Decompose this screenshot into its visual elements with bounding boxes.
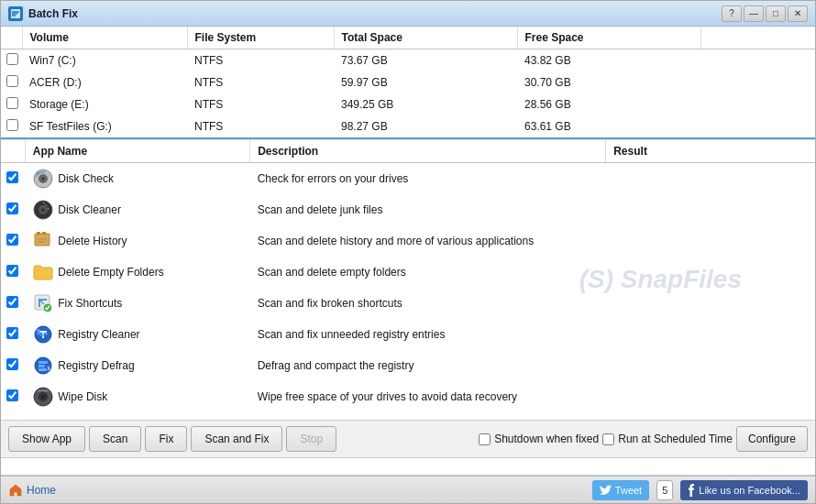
app-check-cell-3 xyxy=(1,257,25,288)
content-area: Volume File System Total Space Free Spac… xyxy=(1,27,815,503)
app-name-cell-5: Registry Cleaner xyxy=(25,319,249,350)
volume-table: Volume File System Total Space Free Spac… xyxy=(1,27,815,137)
svg-point-22 xyxy=(42,396,45,399)
app-name-label-4: Fix Shortcuts xyxy=(58,297,122,310)
volume-row: ACER (D:) NTFS 59.97 GB 30.70 GB xyxy=(1,71,815,93)
tweet-label: Tweet xyxy=(615,485,642,496)
app-desc-7: Wipe free space of your drives to avoid … xyxy=(250,381,606,412)
tweet-count: 5 xyxy=(656,480,673,500)
vol-header-fs: File System xyxy=(187,27,334,49)
app-icon xyxy=(8,6,23,21)
vol-header-total: Total Space xyxy=(334,27,517,49)
app-checkbox-7[interactable] xyxy=(6,389,18,401)
app-name-cell-0: Disk Check xyxy=(25,163,249,195)
facebook-label: Like us on Facebook... xyxy=(699,485,800,496)
tweet-button[interactable]: Tweet xyxy=(592,480,649,500)
configure-button[interactable]: Configure xyxy=(736,426,808,452)
app-desc-2: Scan and delete history and more of vari… xyxy=(250,225,606,257)
vol-name-3: SF TestFiles (G:) xyxy=(22,115,187,137)
show-app-button[interactable]: Show App xyxy=(8,426,85,452)
app-name-label-7: Wipe Disk xyxy=(58,390,107,403)
app-desc-1: Scan and delete junk files xyxy=(250,194,606,225)
app-checkbox-3[interactable] xyxy=(6,265,18,277)
app-result-1 xyxy=(606,194,815,225)
home-link[interactable]: Home xyxy=(8,483,56,498)
maximize-button[interactable]: □ xyxy=(766,5,786,22)
vol-checkbox-1[interactable] xyxy=(6,75,18,87)
app-name-label-3: Delete Empty Folders xyxy=(58,266,163,279)
vol-total-0: 73.67 GB xyxy=(334,49,517,72)
vol-name-1: ACER (D:) xyxy=(22,71,187,93)
app-desc-3: Scan and delete empty folders xyxy=(250,257,606,288)
app-check-cell-7 xyxy=(1,381,25,412)
app-name-label-5: Registry Cleaner xyxy=(58,328,139,341)
app-checkbox-4[interactable] xyxy=(6,296,18,308)
vol-extra-1 xyxy=(700,71,815,93)
progress-area xyxy=(1,457,815,476)
facebook-icon xyxy=(688,484,695,497)
scan-button[interactable]: Scan xyxy=(89,426,141,452)
app-result-7 xyxy=(606,381,815,412)
volume-section: Volume File System Total Space Free Spac… xyxy=(1,27,815,139)
app-check-cell-4 xyxy=(1,288,25,319)
scheduled-checkbox[interactable] xyxy=(602,433,614,445)
shutdown-checkbox[interactable] xyxy=(479,433,491,445)
shutdown-check-label: Shutdown when fixed xyxy=(479,433,599,445)
vol-name-2: Storage (E:) xyxy=(22,93,187,115)
app-checkbox-1[interactable] xyxy=(6,203,18,214)
app-row: Delete History Scan and delete history a… xyxy=(1,225,815,257)
app-icon-delete-folders xyxy=(32,261,54,283)
close-button[interactable]: ✕ xyxy=(788,5,808,22)
app-result-5 xyxy=(606,319,815,350)
app-row: Disk Cleaner Scan and delete junk files xyxy=(1,194,815,225)
app-desc-5: Scan and fix unneeded registry entries xyxy=(250,319,606,350)
app-check-cell-2 xyxy=(1,225,25,257)
vol-fs-1: NTFS xyxy=(187,71,334,93)
app-name-cell-2: Delete History xyxy=(25,225,249,257)
app-row: Registry Defrag Defrag and compact the r… xyxy=(1,350,815,381)
svg-point-15 xyxy=(37,329,40,333)
vol-checkbox-2[interactable] xyxy=(6,97,18,109)
title-bar-controls: ? — □ ✕ xyxy=(722,5,808,22)
app-header-name: App Name xyxy=(25,140,249,163)
app-check-cell-0 xyxy=(1,163,25,195)
vol-header-check xyxy=(1,27,22,49)
app-row: Fix Shortcuts Scan and fix broken shortc… xyxy=(1,288,815,319)
title-bar: Batch Fix ? — □ ✕ xyxy=(1,1,815,27)
stop-button[interactable]: Stop xyxy=(286,426,336,452)
fix-button[interactable]: Fix xyxy=(145,426,187,452)
app-icon-registry-cleaner xyxy=(32,323,54,345)
app-header-check xyxy=(1,140,25,163)
app-section: (S) SnapFiles App Name Description Resul… xyxy=(1,139,815,420)
vol-extra-2 xyxy=(700,93,815,115)
vol-fs-0: NTFS xyxy=(187,49,334,72)
app-checkbox-0[interactable] xyxy=(6,171,18,183)
app-checkbox-5[interactable] xyxy=(6,327,18,339)
app-header-desc: Description xyxy=(250,140,606,163)
app-name-label-6: Registry Defrag xyxy=(58,359,134,372)
app-icon-delete-history xyxy=(32,230,54,252)
app-icon-wipe-disk xyxy=(32,386,54,408)
minimize-button[interactable]: — xyxy=(744,5,764,22)
app-result-4 xyxy=(606,288,815,319)
app-checkbox-2[interactable] xyxy=(6,234,18,246)
app-checkbox-6[interactable] xyxy=(6,358,18,370)
vol-fs-2: NTFS xyxy=(187,93,334,115)
vol-checkbox-0[interactable] xyxy=(6,53,18,65)
facebook-button[interactable]: Like us on Facebook... xyxy=(680,480,808,500)
scan-and-fix-button[interactable]: Scan and Fix xyxy=(191,426,282,452)
app-icon-disk-cleaner xyxy=(32,199,54,221)
help-button[interactable]: ? xyxy=(722,5,742,22)
svg-point-3 xyxy=(42,178,45,181)
title-bar-text: Batch Fix xyxy=(28,7,722,20)
scheduled-label: Run at Scheduled Time xyxy=(618,433,733,445)
app-header-result: Result xyxy=(606,140,815,163)
vol-checkbox-3[interactable] xyxy=(6,119,18,131)
app-desc-6: Defrag and compact the registry xyxy=(250,350,606,381)
volume-row: SF TestFiles (G:) NTFS 98.27 GB 63.61 GB xyxy=(1,115,815,137)
app-name-cell-4: Fix Shortcuts xyxy=(25,288,249,319)
volume-row: Win7 (C:) NTFS 73.67 GB 43.82 GB xyxy=(1,49,815,72)
vol-free-1: 30.70 GB xyxy=(517,71,700,93)
vol-free-3: 63.61 GB xyxy=(517,115,700,137)
vol-header-volume: Volume xyxy=(22,27,187,49)
